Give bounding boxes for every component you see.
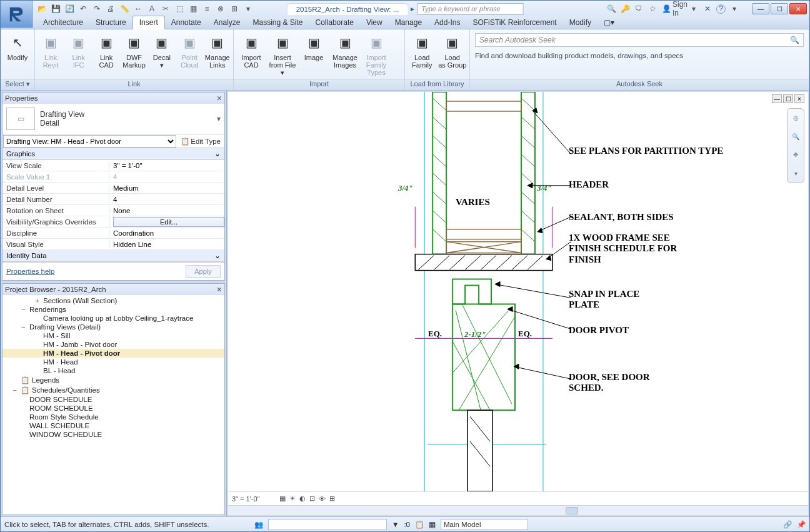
tab-analyze[interactable]: Analyze (208, 16, 247, 29)
user-icon[interactable]: 👤 (661, 4, 671, 14)
import-btn-1[interactable]: ▣Insertfrom File ▾ (268, 32, 298, 76)
prop-row[interactable]: Detail LevelMedium (2, 183, 224, 194)
dropdown2-icon[interactable]: ▾ (729, 4, 739, 14)
workset-icon[interactable]: 👥 (254, 520, 263, 529)
binoculars-icon[interactable]: 🔍 (790, 36, 799, 44)
maximize-button[interactable]: ☐ (771, 3, 788, 14)
close-button[interactable]: ✕ (789, 3, 807, 14)
prop-section-graphics[interactable]: Graphics⌄ (2, 148, 224, 160)
tab-manage[interactable]: Manage (389, 16, 428, 29)
view3d-icon[interactable]: ⬚ (174, 4, 184, 14)
infocenter-search[interactable]: Type a keyword or phrase (417, 3, 523, 15)
close-hidden-icon[interactable]: ⊗ (216, 4, 226, 14)
editable-only-icon[interactable]: 📋 (415, 520, 424, 529)
prop-row[interactable]: View Scale3" = 1'-0" (2, 160, 224, 171)
open-icon[interactable]: 📂 (37, 4, 47, 14)
app-menu-button[interactable] (1, 1, 33, 28)
dim-icon[interactable]: ↔ (133, 4, 143, 14)
thin-lines-icon[interactable]: ≡ (202, 4, 212, 14)
sign-in[interactable]: Sign In (675, 4, 685, 14)
hide-icon[interactable]: 👁 (319, 495, 326, 503)
chevron-down-icon[interactable]: ▾ (217, 114, 221, 123)
close-icon[interactable]: × (217, 93, 222, 103)
star-icon[interactable]: ☆ (648, 4, 658, 14)
scale-display[interactable]: 3" = 1'-0" (232, 495, 276, 503)
tab-massing[interactable]: Massing & Site (246, 16, 309, 29)
library-btn-0[interactable]: ▣LoadFamily (408, 32, 437, 69)
select-pinned-icon[interactable]: 📌 (797, 520, 806, 529)
model-graphics-icon[interactable]: ▦ (279, 494, 286, 503)
tab-structure[interactable]: Structure (89, 16, 132, 29)
link-btn-4[interactable]: ▣Decal▾ (149, 32, 175, 69)
tree-node[interactable]: BL - Head (2, 366, 224, 375)
prop-row[interactable]: DisciplineCoordination (2, 228, 224, 239)
measure-icon[interactable]: 📏 (119, 4, 129, 14)
tree-node[interactable]: WINDOW SCHEDULE (2, 430, 224, 439)
tab-addins[interactable]: Add-Ins (428, 16, 466, 29)
tab-architecture[interactable]: Architecture (37, 16, 89, 29)
tree-node[interactable]: Camera looking up at Lobby Ceiling_1-ray… (2, 314, 224, 323)
type-selector[interactable]: ▭ Drafting View Detail ▾ (2, 104, 224, 134)
crop-icon[interactable]: ⊡ (309, 494, 315, 503)
ribbon-collapse-icon[interactable]: ▢▾ (598, 16, 621, 29)
close-icon[interactable]: × (217, 284, 222, 294)
select-links-icon[interactable]: 🔗 (783, 520, 792, 529)
edit-button[interactable]: Edit... (113, 217, 224, 227)
modify-button[interactable]: ↖ Modify (3, 32, 32, 61)
minimize-button[interactable]: — (752, 3, 769, 14)
edit-type-button[interactable]: 📋 Edit Type (177, 136, 224, 147)
tree-node[interactable]: 📋Legends (2, 375, 224, 385)
horizontal-scrollbar[interactable] (228, 505, 808, 515)
undo-icon[interactable]: ↶ (78, 4, 88, 14)
filter-icon[interactable]: ▼ (392, 521, 399, 528)
prop-row[interactable]: Visual StyleHidden Line (2, 239, 224, 250)
tab-annotate[interactable]: Annotate (165, 16, 208, 29)
seek-search[interactable]: Search Autodesk Seek 🔍 (475, 33, 804, 47)
redo-icon[interactable]: ↷ (92, 4, 102, 14)
prop-row[interactable]: Detail Number4 (2, 194, 224, 205)
save-icon[interactable]: 💾 (51, 4, 61, 14)
sync-icon[interactable]: 🔄 (64, 4, 74, 14)
link-btn-2[interactable]: ▣LinkCAD (93, 32, 119, 69)
sheet-icon[interactable]: ▦ (188, 4, 198, 14)
tree-node[interactable]: HM - Head - Pivot door (2, 349, 224, 358)
tree-node[interactable]: −Drafting Views (Detail) (2, 323, 224, 331)
design-options-icon[interactable]: ▦ (429, 520, 436, 529)
tab-modify[interactable]: Modify (563, 16, 598, 29)
import-btn-2[interactable]: ▣Image (299, 32, 329, 61)
apply-button[interactable]: Apply (186, 265, 221, 278)
tree-node[interactable]: +Sections (Wall Section) (2, 296, 224, 305)
qat-dropdown-icon[interactable]: ▾ (243, 4, 253, 14)
import-btn-3[interactable]: ▣ManageImages (330, 32, 360, 69)
instance-selector[interactable]: Drafting View: HM - Head - Pivot door (3, 135, 176, 148)
tree-node[interactable]: HM - Sill (2, 331, 224, 340)
text-icon[interactable]: A (147, 4, 157, 14)
library-btn-1[interactable]: ▣Loadas Group (438, 32, 468, 69)
tree-node[interactable]: HM - Head (2, 358, 224, 366)
tab-insert[interactable]: Insert (132, 16, 165, 29)
link-btn-3[interactable]: ▣DWFMarkup (121, 32, 147, 69)
switch-icon[interactable]: ⊞ (229, 4, 239, 14)
tree-node[interactable]: −📋Schedules/Quantities (2, 385, 224, 395)
collapse-icon[interactable]: ⌄ (214, 251, 221, 260)
print-icon[interactable]: 🖨 (106, 4, 116, 14)
prop-section-identity-data[interactable]: Identity Data⌄ (2, 250, 224, 262)
link-btn-6[interactable]: ▣ManageLinks (204, 32, 231, 69)
binoculars-icon[interactable]: 🔍 (606, 4, 616, 14)
comm-icon[interactable]: 🗨 (634, 4, 644, 14)
tab-sofistik[interactable]: SOFiSTiK Reinforcement (466, 16, 562, 29)
properties-help-link[interactable]: Properties help (6, 268, 54, 275)
panel-title-select[interactable]: Select ▾ (1, 79, 34, 90)
tree-node[interactable]: −Renderings (2, 305, 224, 314)
exchange-icon[interactable]: ✕ (702, 4, 712, 14)
workset-field[interactable] (268, 519, 387, 530)
import-btn-0[interactable]: ▣ImportCAD (236, 32, 266, 69)
dropdown-icon[interactable]: ▾ (689, 4, 699, 14)
collapse-icon[interactable]: ⌄ (214, 149, 221, 158)
tab-collaborate[interactable]: Collaborate (309, 16, 360, 29)
prop-row[interactable]: Rotation on SheetNone (2, 205, 224, 216)
view-control-bar[interactable]: 3" = 1'-0" ▦ ☀ ◐ ⊡ 👁 ⊞ (228, 491, 808, 505)
tree-node[interactable]: ROOM SCHEDULE (2, 404, 224, 413)
key-icon[interactable]: 🔑 (620, 4, 630, 14)
drawing-canvas[interactable]: — ☐ × ◎ 🔍 ✥ ▾ (228, 92, 808, 515)
